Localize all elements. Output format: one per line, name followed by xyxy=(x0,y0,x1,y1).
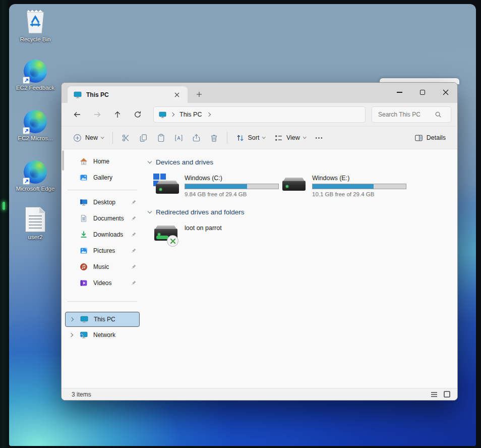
chevron-down-icon xyxy=(101,135,104,138)
sidebar-item-desktop[interactable]: Desktop xyxy=(62,194,143,210)
edge-icon xyxy=(24,110,47,133)
expand-chevron-icon[interactable] xyxy=(69,333,73,337)
redirected-tiles: loot on parrot xyxy=(150,221,457,248)
search-icon xyxy=(435,111,442,118)
disk-usage-bar xyxy=(312,184,406,189)
redirected-drive-icon xyxy=(153,223,179,246)
sidebar-item-documents[interactable]: Documents xyxy=(62,210,143,227)
drive-c-icon xyxy=(153,174,179,196)
desktop-icon-recycle-bin[interactable]: Recycle Bin xyxy=(13,9,57,43)
new-tab-button[interactable] xyxy=(193,88,206,101)
drive-e-icon xyxy=(281,174,307,196)
desktop-icon-microsoft-edge[interactable]: Microsoft Edge xyxy=(13,160,57,192)
plus-circle-icon xyxy=(73,134,82,142)
new-button[interactable]: New xyxy=(69,129,108,146)
tab-close-button[interactable] xyxy=(171,89,183,100)
rename-button[interactable] xyxy=(170,129,188,146)
sidebar-item-downloads[interactable]: Downloads xyxy=(62,227,143,243)
details-view-toggle-icon[interactable] xyxy=(431,391,438,398)
collapse-chevron-icon xyxy=(148,209,152,213)
sidebar-item-music[interactable]: Music xyxy=(62,259,143,275)
desktop-icon-ec2-microsoft[interactable]: EC2 Micros... xyxy=(13,110,57,142)
remote-redirect-badge-icon xyxy=(167,235,178,247)
rename-icon xyxy=(174,134,183,142)
share-button[interactable] xyxy=(188,129,205,146)
desktop-icon-user2[interactable]: user2 xyxy=(13,207,57,241)
downloads-icon xyxy=(80,231,88,239)
drive-item-windows-e[interactable]: Windows (E:) 10.1 GB free of 29.4 GB xyxy=(278,172,405,199)
expand-chevron-icon[interactable] xyxy=(70,317,74,321)
breadcrumb-item-this-pc[interactable]: This PC xyxy=(178,111,203,118)
drive-free-space: 9.84 GB free of 29.4 GB xyxy=(185,191,279,197)
items-view: Devices and drives Windows (C:) xyxy=(143,149,457,388)
monitor-icon xyxy=(159,111,166,119)
desktop-icon-ec2-feedback[interactable]: EC2 Feedback xyxy=(13,60,57,91)
section-header-redirected[interactable]: Redirected drives and folders xyxy=(148,206,457,217)
this-pc-icon xyxy=(80,315,88,323)
refresh-button[interactable] xyxy=(129,107,146,122)
sidebar-item-label: Home xyxy=(93,158,109,165)
cut-icon xyxy=(122,134,130,142)
pictures-icon xyxy=(80,247,88,255)
view-icon xyxy=(274,134,283,142)
devices-tiles: Windows (C:) 9.84 GB free of 29.4 GB xyxy=(150,172,457,199)
drive-name: Windows (C:) xyxy=(185,175,279,182)
sidebar-item-pictures[interactable]: Pictures xyxy=(62,243,143,259)
sidebar-item-label: Documents xyxy=(93,215,124,222)
details-pane-button[interactable]: Details xyxy=(410,129,450,146)
forward-button[interactable] xyxy=(89,107,106,122)
ellipsis-icon xyxy=(315,134,323,142)
tab-this-pc[interactable]: This PC xyxy=(68,86,188,103)
close-icon xyxy=(443,89,449,95)
delete-button[interactable] xyxy=(205,129,223,146)
command-toolbar: New xyxy=(62,126,457,149)
file-explorer-window: This PC xyxy=(61,82,458,401)
close-button[interactable] xyxy=(434,83,457,102)
desktop-icon-label: Recycle Bin xyxy=(20,36,51,43)
sidebar-item-label: Pictures xyxy=(93,247,115,254)
cut-button[interactable] xyxy=(117,129,135,146)
sort-icon xyxy=(236,134,245,142)
maximize-button[interactable] xyxy=(411,83,434,102)
sidebar-item-home[interactable]: Home xyxy=(62,153,143,170)
desktop-icon xyxy=(80,198,88,206)
sidebar-item-label: This PC xyxy=(94,316,115,323)
up-button[interactable] xyxy=(109,107,126,122)
sidebar-item-label: Desktop xyxy=(93,199,115,206)
sort-button-label: Sort xyxy=(248,134,260,141)
new-button-label: New xyxy=(85,134,98,141)
text-document-icon xyxy=(25,207,45,232)
redirected-drive-loot-on-parrot[interactable]: loot on parrot xyxy=(150,221,278,248)
sidebar-item-network[interactable]: Network xyxy=(62,327,143,343)
paste-icon xyxy=(157,134,165,142)
shortcut-arrow-icon xyxy=(23,77,30,84)
sidebar-item-videos[interactable]: Videos xyxy=(62,275,143,291)
section-header-devices[interactable]: Devices and drives xyxy=(148,156,457,167)
collapse-chevron-icon xyxy=(148,159,152,163)
bezel-led xyxy=(3,202,5,210)
minimize-button[interactable] xyxy=(388,83,411,102)
breadcrumb[interactable]: This PC xyxy=(153,106,366,123)
section-title: Devices and drives xyxy=(156,158,213,166)
music-icon xyxy=(80,263,88,271)
drive-item-windows-c[interactable]: Windows (C:) 9.84 GB free of 29.4 GB xyxy=(150,172,278,199)
share-icon xyxy=(192,134,201,142)
copy-button[interactable] xyxy=(135,129,152,146)
explorer-main: Home Gallery xyxy=(62,149,457,388)
sidebar-item-gallery[interactable]: Gallery xyxy=(62,170,143,186)
maximize-icon xyxy=(420,90,425,95)
minimize-icon xyxy=(397,92,402,92)
sidebar-item-this-pc[interactable]: This PC xyxy=(65,312,140,327)
paste-button[interactable] xyxy=(152,129,170,146)
chevron-down-icon xyxy=(263,135,266,138)
large-icons-view-toggle-icon[interactable] xyxy=(444,391,450,398)
back-button[interactable] xyxy=(69,107,86,122)
search-box[interactable] xyxy=(372,106,451,123)
desktop-icon-label: Microsoft Edge xyxy=(16,185,55,192)
sort-button[interactable]: Sort xyxy=(231,129,270,146)
view-button[interactable]: View xyxy=(270,129,310,146)
chevron-down-icon xyxy=(303,135,306,138)
drive-name: Windows (E:) xyxy=(312,175,406,182)
search-input[interactable] xyxy=(378,111,435,118)
more-options-button[interactable] xyxy=(310,129,328,146)
